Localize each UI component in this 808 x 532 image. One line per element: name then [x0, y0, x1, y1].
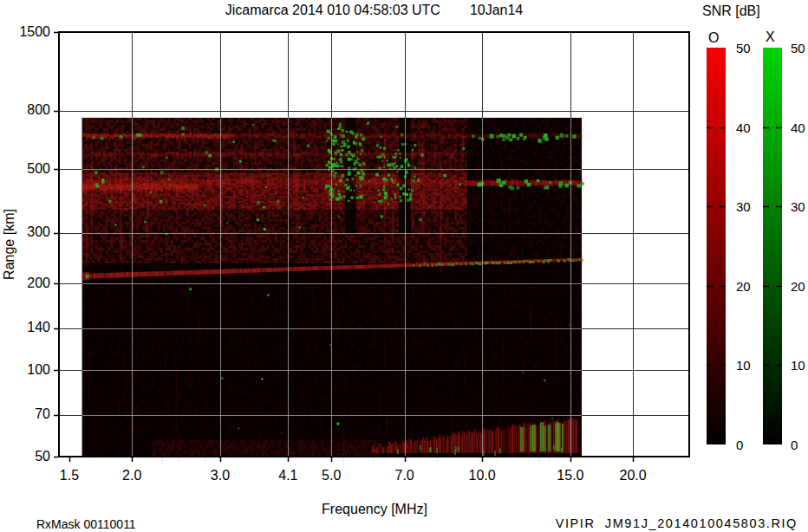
y-tick-label: 70: [0, 406, 50, 422]
x-tick-label: 3.0: [211, 468, 230, 483]
ionogram-page: Jicamarca 2014 010 04:58:03 UTC 10Jan14 …: [0, 0, 808, 532]
x-tick-label: 7.0: [395, 468, 414, 483]
y-tick-label: 1500: [0, 24, 50, 40]
colorbar-x-label: X: [766, 29, 775, 45]
y-tick-label: 100: [0, 362, 50, 378]
x-tick-label: 10.0: [469, 468, 496, 483]
cb-o-tick-label: 50: [736, 41, 751, 55]
file-name-text: VIPIR JM91J_2014010045803.RIQ: [556, 516, 798, 530]
y-tick-label: 200: [0, 276, 50, 291]
x-tick-label: 5.0: [322, 468, 341, 483]
x-tick-label: 1.5: [60, 468, 79, 483]
x-tick-label: 20.0: [620, 468, 647, 483]
cb-x-tick-label: 20: [791, 279, 805, 294]
y-tick-label: 800: [0, 102, 50, 118]
title-date: 10Jan14: [470, 3, 523, 18]
colorbar-title: SNR [dB]: [702, 3, 760, 19]
x-axis-title: Frequency [MHz]: [322, 502, 427, 517]
title-main: Jicamarca 2014 010 04:58:03 UTC: [225, 3, 440, 18]
ionogram-canvas: [52, 25, 698, 465]
cb-x-tick-label: 0: [791, 438, 798, 452]
cb-o-tick-label: 0: [736, 438, 743, 452]
cb-o-tick-label: 10: [736, 358, 751, 373]
y-axis-title: Range [km]: [2, 209, 17, 280]
cb-x-tick-label: 40: [791, 120, 805, 135]
x-tick-label: 2.0: [122, 468, 141, 483]
y-tick-label: 500: [0, 161, 50, 177]
cb-o-tick-label: 40: [736, 120, 751, 135]
cb-o-tick-label: 20: [736, 279, 751, 294]
cb-x-tick-label: 50: [791, 41, 805, 55]
x-tick-label: 4.1: [278, 468, 297, 483]
colorbar-x-gradient: [763, 48, 782, 444]
colorbar-o-gradient: [707, 48, 726, 444]
cb-o-tick-label: 30: [736, 199, 751, 214]
colorbar-o-label: O: [708, 30, 719, 46]
cb-x-tick-label: 10: [791, 358, 805, 373]
page-title: Jicamarca 2014 010 04:58:03 UTC 10Jan14: [59, 3, 689, 18]
rx-mask-text: RxMask 00110011: [36, 517, 136, 531]
x-tick-label: 15.0: [557, 468, 583, 483]
y-tick-label: 50: [0, 449, 50, 464]
y-tick-label: 300: [0, 224, 50, 240]
y-tick-label: 140: [0, 320, 50, 335]
cb-x-tick-label: 30: [791, 199, 805, 214]
